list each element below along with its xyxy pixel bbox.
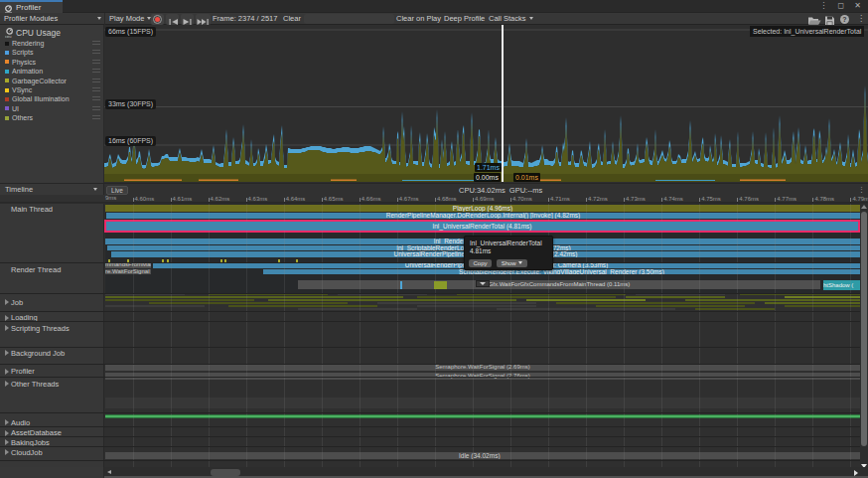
svg-text:cpu: cpu	[5, 34, 11, 38]
